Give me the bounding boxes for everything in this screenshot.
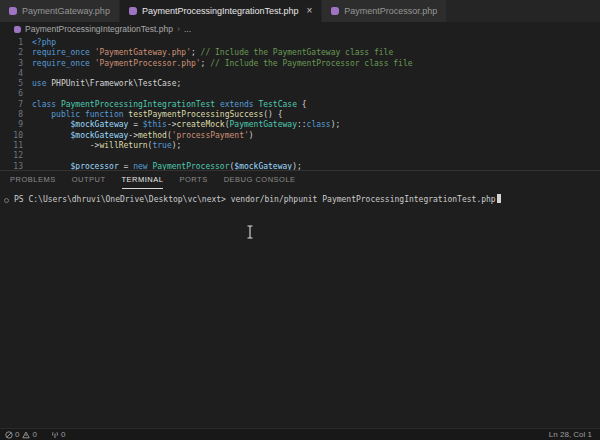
- code-token: ;: [201, 59, 211, 68]
- php-file-icon: [14, 26, 21, 33]
- line-number[interactable]: 7: [0, 100, 23, 110]
- line-number[interactable]: 4: [0, 69, 23, 79]
- code-token: ->: [32, 141, 99, 150]
- terminal-command: vendor/bin/phpunit PaymentProcessingInte…: [226, 195, 496, 204]
- breadcrumb[interactable]: PaymentProcessingIntegrationTest.php › .…: [0, 22, 600, 36]
- code-token: ): [249, 131, 254, 140]
- code-token: ;: [191, 48, 201, 57]
- code-token: testPaymentProcessingSuccess: [128, 110, 263, 119]
- code-token: ->: [128, 131, 138, 140]
- code-token: [32, 131, 71, 140]
- line-number[interactable]: 1: [0, 38, 23, 48]
- code-token: createMock: [177, 120, 225, 129]
- code-editor[interactable]: 12345678910111213 <?phprequire_once 'Pay…: [0, 36, 600, 170]
- tab-paymentprocessingintegrationtest[interactable]: PaymentProcessingIntegrationTest.php ×: [120, 0, 322, 22]
- status-bar: 0 0 0 Ln 28, Col 1: [0, 428, 600, 440]
- code-token: <?php: [32, 38, 56, 47]
- terminal-prompt: PS C:\Users\dhruvi\OneDrive\Desktop\vc\n…: [14, 195, 226, 204]
- line-number[interactable]: 3: [0, 59, 23, 69]
- line-number[interactable]: 5: [0, 79, 23, 89]
- code-line[interactable]: use PHPUnit\Framework\TestCase;: [32, 79, 600, 89]
- editor-gutter: 12345678910111213: [0, 38, 32, 170]
- breadcrumb-ellipsis[interactable]: ...: [184, 24, 191, 34]
- code-token: PaymentProcessor: [152, 162, 229, 170]
- terminal[interactable]: PS C:\Users\dhruvi\OneDrive\Desktop\vc\n…: [0, 189, 600, 428]
- code-line[interactable]: <?php: [32, 38, 600, 48]
- code-line[interactable]: public function testPaymentProcessingSuc…: [32, 110, 600, 120]
- line-number[interactable]: 8: [0, 110, 23, 120]
- php-file-icon: [331, 7, 339, 15]
- error-circle-icon: [5, 431, 13, 439]
- code-token: require_once: [32, 59, 90, 68]
- forwarded-ports[interactable]: 0: [51, 430, 65, 439]
- line-number[interactable]: 12: [0, 151, 23, 161]
- code-line[interactable]: [32, 69, 600, 79]
- code-line[interactable]: [32, 89, 600, 99]
- code-line[interactable]: [32, 151, 600, 161]
- code-token: ->: [167, 120, 177, 129]
- code-token: $this: [143, 120, 167, 129]
- warning-triangle-icon: [22, 431, 30, 439]
- error-count: 0: [15, 430, 19, 439]
- code-token: $mockGateway: [234, 162, 292, 170]
- code-token: () {: [263, 110, 282, 119]
- code-line[interactable]: $mockGateway->method('processPayment'): [32, 131, 600, 141]
- panel-tab-debug-console[interactable]: DEBUG CONSOLE: [224, 171, 296, 189]
- code-token: use: [32, 79, 46, 88]
- code-token: new: [133, 162, 147, 170]
- panel-tab-terminal[interactable]: TERMINAL: [122, 171, 164, 189]
- editor-tab-bar: PaymentGateway.php PaymentProcessingInte…: [0, 0, 600, 22]
- tab-paymentgateway[interactable]: PaymentGateway.php: [0, 0, 120, 22]
- code-token: );: [172, 141, 182, 150]
- code-token: 'PaymentGateway.php': [95, 48, 191, 57]
- line-number[interactable]: 6: [0, 89, 23, 99]
- code-token: // Include the PaymentGateway class file: [201, 48, 394, 57]
- code-line[interactable]: $mockGateway = $this->createMock(Payment…: [32, 120, 600, 130]
- code-token: // Include the PaymentProcessor class fi…: [210, 59, 412, 68]
- code-line[interactable]: $processor = new PaymentProcessor($mockG…: [32, 162, 600, 170]
- code-token: true: [152, 141, 171, 150]
- cursor-position[interactable]: Ln 28, Col 1: [549, 430, 592, 439]
- close-icon[interactable]: ×: [306, 6, 312, 16]
- code-token: =: [119, 162, 133, 170]
- code-token: TestCase: [258, 100, 297, 109]
- terminal-cursor: [497, 194, 501, 203]
- code-line[interactable]: class PaymentProcessingIntegrationTest e…: [32, 100, 600, 110]
- panel-tab-output[interactable]: OUTPUT: [72, 171, 106, 189]
- panel-tab-ports[interactable]: PORTS: [179, 171, 207, 189]
- terminal-line: PS C:\Users\dhruvi\OneDrive\Desktop\vc\n…: [14, 194, 600, 205]
- problems-warnings[interactable]: 0: [22, 430, 36, 439]
- code-token: {: [297, 100, 307, 109]
- code-line[interactable]: require_once 'PaymentGateway.php'; // In…: [32, 48, 600, 58]
- command-decoration-icon: [4, 198, 9, 203]
- code-token: $processor: [71, 162, 119, 170]
- breadcrumb-file[interactable]: PaymentProcessingIntegrationTest.php: [25, 24, 173, 34]
- code-token: extends: [220, 100, 254, 109]
- code-token: public function: [51, 110, 123, 119]
- line-number[interactable]: 13: [0, 162, 23, 170]
- code-lines[interactable]: <?phprequire_once 'PaymentGateway.php'; …: [32, 38, 600, 170]
- warning-count: 0: [32, 430, 36, 439]
- panel-tab-problems[interactable]: PROBLEMS: [10, 171, 56, 189]
- bottom-panel: PROBLEMSOUTPUTTERMINALPORTSDEBUG CONSOLE…: [0, 170, 600, 428]
- status-left: 0 0 0: [5, 430, 65, 439]
- tab-label: PaymentProcessor.php: [344, 6, 437, 16]
- code-token: $mockGateway: [71, 120, 129, 129]
- code-token: PHPUnit\Framework\TestCase;: [46, 79, 181, 88]
- code-token: PaymentGateway: [230, 120, 297, 129]
- code-token: [32, 162, 71, 170]
- line-number[interactable]: 9: [0, 120, 23, 130]
- code-line[interactable]: require_once 'PaymentProcessor.php'; // …: [32, 59, 600, 69]
- code-token: ::: [297, 120, 307, 129]
- chevron-right-icon: ›: [177, 24, 180, 34]
- problems-errors[interactable]: 0: [5, 430, 19, 439]
- line-number[interactable]: 11: [0, 141, 23, 151]
- php-file-icon: [129, 7, 137, 15]
- tab-paymentprocessor[interactable]: PaymentProcessor.php: [322, 0, 447, 22]
- code-token: $mockGateway: [71, 131, 129, 140]
- code-line[interactable]: ->willReturn(true);: [32, 141, 600, 151]
- line-number[interactable]: 2: [0, 48, 23, 58]
- line-number[interactable]: 10: [0, 131, 23, 141]
- code-token: method: [138, 131, 167, 140]
- ports-count: 0: [61, 430, 65, 439]
